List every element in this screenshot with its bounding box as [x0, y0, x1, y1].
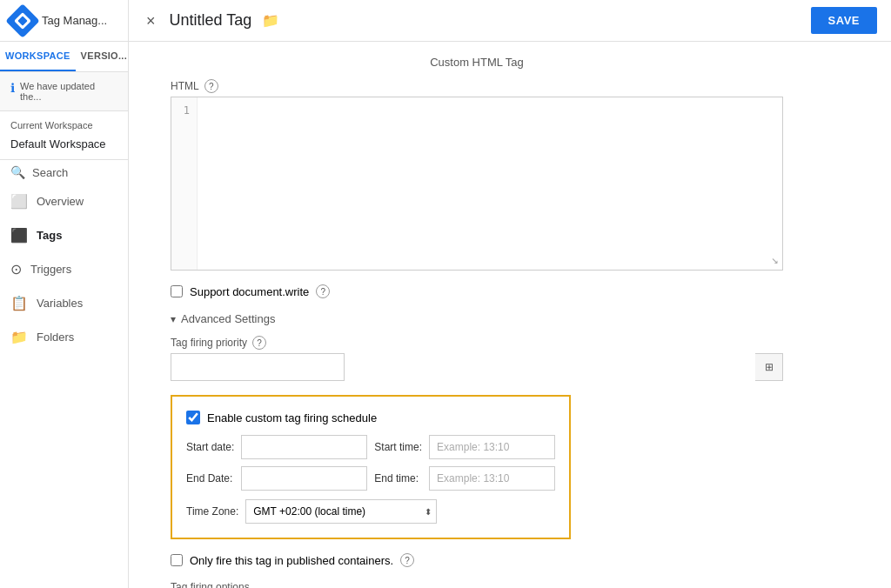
support-doc-write-row: Support document.write ?	[171, 284, 783, 298]
end-date-input[interactable]	[241, 466, 367, 491]
workspace-name: Default Workspace	[0, 134, 128, 159]
gtm-logo-icon	[5, 3, 40, 38]
app-title: Tag Manag...	[42, 14, 107, 27]
start-time-label: Start time:	[374, 441, 422, 453]
html-editor[interactable]: 1 ↘	[171, 97, 783, 271]
search-icon: 🔍	[10, 165, 25, 179]
html-textarea[interactable]	[198, 97, 782, 270]
info-icon: ℹ	[10, 81, 15, 95]
only-fire-help-icon[interactable]: ?	[400, 553, 414, 567]
only-fire-checkbox[interactable]	[171, 554, 183, 566]
support-doc-write-checkbox[interactable]	[171, 285, 183, 297]
sidebar-item-label-overview: Overview	[37, 195, 84, 208]
enable-schedule-label: Enable custom tag firing schedule	[207, 411, 377, 424]
resize-handle-icon[interactable]: ↘	[772, 252, 779, 266]
sidebar-item-label-triggers: Triggers	[30, 263, 71, 276]
sidebar: WORKSPACE VERSIO... ℹ We have updated th…	[0, 42, 129, 588]
start-date-input[interactable]	[241, 435, 367, 459]
top-bar: Tag Manag... × Untitled Tag 📁 SAVE	[0, 0, 891, 42]
app-header: Tag Manag...	[0, 0, 129, 41]
timezone-select[interactable]: GMT +02:00 (local time) GMT +00:00 (UTC)…	[245, 499, 437, 524]
notice-text: We have updated the...	[20, 81, 117, 102]
sidebar-item-label-variables: Variables	[37, 297, 83, 310]
end-time-label: End time:	[374, 472, 422, 484]
end-date-label: End Date:	[186, 472, 234, 484]
tab-workspace[interactable]: WORKSPACE	[0, 42, 76, 71]
tab-versions[interactable]: VERSIO...	[76, 42, 132, 71]
variables-icon: 📋	[10, 295, 28, 311]
html-field-label: HTML	[171, 80, 199, 92]
support-doc-help-icon[interactable]: ?	[316, 284, 330, 298]
triggers-icon: ⊙	[10, 261, 22, 277]
sidebar-notice: ℹ We have updated the...	[0, 72, 128, 111]
custom-html-header: Custom HTML Tag	[171, 56, 783, 69]
search-row[interactable]: 🔍 Search	[0, 159, 128, 184]
search-label: Search	[32, 166, 68, 179]
only-fire-label: Only fire this tag in published containe…	[190, 554, 393, 567]
sidebar-item-tags[interactable]: ⬛ Tags	[0, 218, 128, 252]
sidebar-tabs: WORKSPACE VERSIO...	[0, 42, 128, 72]
enable-schedule-checkbox[interactable]	[186, 411, 200, 424]
priority-help-icon[interactable]: ?	[252, 336, 266, 350]
tag-firing-options-label: Tag firing options	[171, 581, 783, 588]
start-time-input[interactable]	[429, 435, 555, 459]
timezone-select-wrapper: GMT +02:00 (local time) GMT +00:00 (UTC)…	[245, 499, 437, 524]
overview-icon: ⬜	[10, 193, 28, 210]
advanced-settings-header[interactable]: ▾ Advanced Settings	[171, 312, 783, 325]
priority-input[interactable]	[171, 353, 345, 381]
chevron-down-icon: ▾	[171, 313, 176, 325]
nav-items: ⬜ Overview ⬛ Tags ⊙ Triggers 📋 Variables…	[0, 184, 128, 588]
page-title: Untitled Tag	[170, 11, 252, 30]
sidebar-item-folders[interactable]: 📁 Folders	[0, 320, 128, 354]
sidebar-item-label-tags: Tags	[37, 229, 62, 242]
schedule-checkbox-row: Enable custom tag firing schedule	[186, 411, 555, 424]
save-button[interactable]: SAVE	[811, 7, 877, 34]
timezone-row: Time Zone: GMT +02:00 (local time) GMT +…	[186, 499, 555, 524]
tag-firing-priority-label: Tag firing priority	[171, 337, 247, 349]
sidebar-item-variables[interactable]: 📋 Variables	[0, 286, 128, 320]
variable-icon-button[interactable]: ⊞	[755, 353, 783, 381]
folders-icon: 📁	[10, 329, 28, 345]
html-label-row: HTML ?	[171, 79, 783, 93]
timezone-label: Time Zone:	[186, 505, 238, 518]
end-time-input[interactable]	[429, 466, 555, 491]
schedule-grid: Start date: Start time: End Date: End ti…	[186, 435, 555, 491]
line-numbers: 1	[171, 97, 198, 270]
content-inner: Custom HTML Tag HTML ? 1 ↘ Support docum…	[129, 42, 825, 588]
tags-icon: ⬛	[10, 227, 28, 244]
tag-firing-priority-section: Tag firing priority ? ⊞	[171, 336, 783, 381]
priority-row: ⊞	[171, 353, 783, 381]
folder-icon[interactable]: 📁	[262, 12, 279, 29]
sidebar-item-label-folders: Folders	[37, 331, 74, 344]
html-help-icon[interactable]: ?	[204, 79, 218, 93]
only-fire-row: Only fire this tag in published containe…	[171, 553, 783, 567]
start-date-label: Start date:	[186, 441, 234, 453]
top-bar-main: × Untitled Tag 📁 SAVE	[129, 7, 891, 34]
advanced-settings-label: Advanced Settings	[181, 312, 275, 325]
support-doc-write-label: Support document.write	[190, 285, 309, 298]
main-content: Custom HTML Tag HTML ? 1 ↘ Support docum…	[129, 42, 891, 588]
priority-label-row: Tag firing priority ?	[171, 336, 783, 350]
sidebar-item-overview[interactable]: ⬜ Overview	[0, 184, 128, 218]
close-button[interactable]: ×	[143, 10, 159, 32]
sidebar-item-triggers[interactable]: ⊙ Triggers	[0, 252, 128, 286]
firing-schedule-box: Enable custom tag firing schedule Start …	[171, 395, 571, 539]
workspace-label: Current Workspace	[0, 111, 128, 134]
